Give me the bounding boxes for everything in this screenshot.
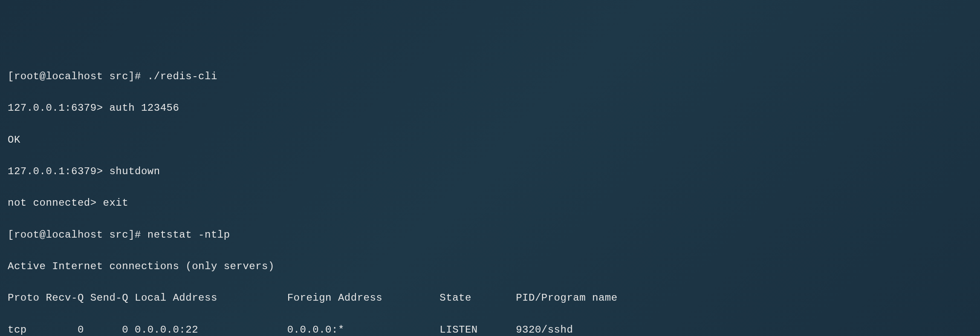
terminal-line-netstat-header: Proto Recv-Q Send-Q Local Address Foreig… bbox=[8, 290, 972, 306]
terminal-line-prompt-redis-cli: [root@localhost src]# ./redis-cli bbox=[8, 69, 972, 84]
terminal-line-ok: OK bbox=[8, 132, 972, 148]
terminal-line-netstat-row: tcp 0 0 0.0.0.0:22 0.0.0.0:* LISTEN 9320… bbox=[8, 322, 972, 336]
terminal-line-not-connected-exit: not connected> exit bbox=[8, 195, 972, 211]
terminal-line-prompt-netstat: [root@localhost src]# netstat -ntlp bbox=[8, 227, 972, 243]
terminal-line-redis-auth: 127.0.0.1:6379> auth 123456 bbox=[8, 100, 972, 116]
terminal-line-netstat-title: Active Internet connections (only server… bbox=[8, 258, 972, 274]
terminal-line-redis-shutdown: 127.0.0.1:6379> shutdown bbox=[8, 164, 972, 179]
